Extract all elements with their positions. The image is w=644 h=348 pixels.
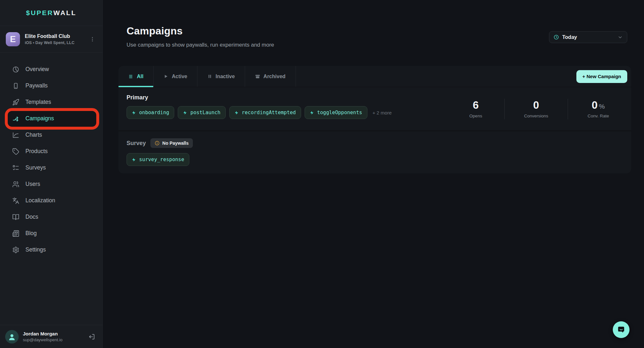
stat-suffix: % — [599, 103, 605, 110]
event-tag-label: toggleOpponents — [317, 110, 362, 115]
sidebar-item-label: Templates — [25, 99, 51, 105]
sidebar-item-localization[interactable]: Localization — [0, 192, 102, 209]
sidebar-item-label: Campaigns — [25, 115, 54, 122]
tab-label: Active — [172, 74, 187, 79]
page-subtitle: Use campaigns to show paywalls, run expe… — [127, 42, 274, 48]
logout-icon[interactable] — [86, 331, 97, 342]
sidebar: $UPERWALL E Elite Football Club iOS • Da… — [0, 0, 103, 348]
tab-label: All — [137, 74, 143, 79]
main-content: Campaigns Use campaigns to show paywalls… — [103, 0, 644, 348]
logo-rest-text: WALL — [53, 9, 76, 17]
sidebar-item-settings[interactable]: Settings — [0, 242, 102, 258]
superwall-logo[interactable]: $UPERWALL — [0, 0, 102, 26]
chat-fab-button[interactable] — [613, 321, 630, 338]
no-paywalls-badge: No Paywalls — [150, 138, 193, 148]
tab-inactive[interactable]: Inactive — [197, 66, 245, 87]
date-range-value: Today — [562, 34, 577, 40]
sidebar-item-label: Docs — [25, 214, 38, 220]
workspace-name: Elite Football Club — [25, 33, 88, 39]
sidebar-item-campaigns[interactable]: Campaigns — [5, 110, 97, 127]
user-meta: Jordan Morgan sup@daywellspent.io — [23, 331, 86, 342]
sidebar-item-charts[interactable]: Charts — [0, 127, 102, 143]
tab-label: Inactive — [215, 74, 235, 79]
event-tag-row: survey_response — [127, 153, 631, 166]
book-icon — [12, 214, 19, 221]
sidebar-item-paywalls[interactable]: Paywalls — [0, 78, 102, 94]
tab-label: Archived — [263, 74, 285, 79]
more-tags-label: + 2 more — [373, 110, 392, 115]
campaign-tabs: All Active Inactive Archived + New — [118, 66, 631, 87]
sidebar-item-label: Paywalls — [25, 82, 48, 89]
date-range-select[interactable]: Today — [549, 31, 627, 43]
user-name: Jordan Morgan — [23, 331, 86, 336]
stat-conversions: 0 Conversions — [505, 99, 568, 118]
event-tag: survey_response — [127, 153, 189, 166]
sidebar-item-docs[interactable]: Docs — [0, 209, 102, 225]
badge-label: No Paywalls — [162, 141, 189, 146]
sidebar-item-blog[interactable]: Blog — [0, 225, 102, 242]
sidebar-item-label: Blog — [25, 230, 37, 237]
bolt-icon — [310, 111, 314, 115]
bolt-icon — [234, 111, 239, 115]
sidebar-item-label: Overview — [25, 66, 49, 73]
user-avatar — [5, 330, 19, 343]
stat-label: Conv. Rate — [588, 114, 609, 118]
workspace-subtitle: iOS • Day Well Spent, LLC — [25, 41, 88, 45]
gear-icon — [12, 246, 19, 253]
kebab-menu-icon[interactable] — [88, 34, 97, 44]
bolt-icon — [132, 111, 136, 115]
bolt-icon — [183, 111, 187, 115]
archive-icon — [255, 74, 260, 79]
campaign-stats: 6 Opens 0 Conversions 0% Conv. Rate — [447, 87, 629, 131]
stat-opens: 6 Opens — [447, 99, 504, 118]
user-account-row[interactable]: Jordan Morgan sup@daywellspent.io — [0, 325, 102, 348]
campaign-name: Primary — [127, 94, 148, 101]
sidebar-nav: Overview Paywalls Templates Campaigns Ch… — [0, 53, 102, 258]
line-chart-icon — [12, 132, 19, 139]
stat-label: Opens — [469, 114, 482, 118]
event-tag: onboarding — [127, 106, 174, 119]
chevron-down-icon — [618, 35, 623, 40]
stat-value: 0% — [592, 99, 605, 111]
sidebar-item-label: Users — [25, 181, 40, 188]
event-tag-label: postLaunch — [190, 110, 220, 115]
sidebar-item-label: Charts — [25, 132, 42, 138]
sidebar-item-users[interactable]: Users — [0, 176, 102, 192]
workspace-avatar: E — [6, 32, 20, 46]
stat-value: 0 — [533, 99, 539, 111]
stat-label: Conversions — [524, 114, 548, 118]
campaign-card-primary[interactable]: Primary onboarding postLaunch recordingA… — [118, 87, 631, 131]
workspace-meta: Elite Football Club iOS • Day Well Spent… — [25, 33, 88, 45]
sidebar-item-overview[interactable]: Overview — [0, 61, 102, 78]
sidebar-item-label: Settings — [25, 246, 46, 253]
campaign-card-survey[interactable]: Survey No Paywalls survey_response — [118, 131, 631, 173]
event-tag-label: recordingAttempted — [242, 110, 296, 115]
tab-all[interactable]: All — [118, 66, 154, 87]
page-title: Campaigns — [127, 25, 183, 37]
users-icon — [12, 181, 19, 188]
event-tag: toggleOpponents — [305, 106, 367, 119]
tab-active[interactable]: Active — [154, 66, 197, 87]
checklist-icon — [12, 164, 19, 171]
sidebar-item-products[interactable]: Products — [0, 143, 102, 160]
rocket-icon — [12, 99, 19, 106]
sidebar-item-surveys[interactable]: Surveys — [0, 160, 102, 176]
new-campaign-button[interactable]: + New Campaign — [576, 70, 627, 83]
translate-icon — [12, 197, 19, 204]
stat-value: 6 — [473, 99, 478, 111]
workspace-switcher[interactable]: E Elite Football Club iOS • Day Well Spe… — [0, 26, 102, 53]
info-icon — [155, 141, 160, 146]
clock-icon — [554, 34, 559, 40]
campaigns-panel: All Active Inactive Archived + New — [118, 66, 631, 173]
play-icon — [164, 74, 168, 79]
pause-icon — [207, 74, 212, 79]
stat-conv-rate: 0% Conv. Rate — [568, 99, 629, 118]
tab-archived[interactable]: Archived — [245, 66, 296, 87]
tag-icon — [12, 148, 19, 155]
logo-accent-text: $UPER — [26, 9, 53, 17]
campaign-name: Survey — [127, 140, 146, 147]
pie-chart-icon — [12, 66, 19, 73]
event-tag: recordingAttempted — [229, 106, 301, 119]
sidebar-item-templates[interactable]: Templates — [0, 94, 102, 110]
user-email: sup@daywellspent.io — [23, 337, 86, 342]
